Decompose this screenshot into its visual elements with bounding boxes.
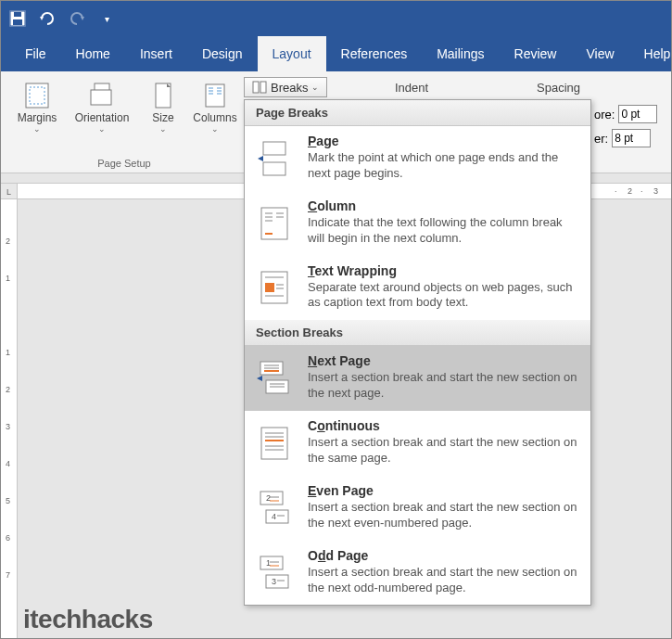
orientation-button[interactable]: Orientation ⌄ <box>69 77 135 137</box>
size-icon <box>148 81 178 110</box>
menu-item-desc: Indicate that the text following the col… <box>308 215 579 247</box>
ruler-tick: 2 <box>628 186 632 196</box>
columns-label: Columns <box>193 112 236 124</box>
odd-page-icon: 13 <box>256 548 293 596</box>
tab-file[interactable]: File <box>10 36 61 71</box>
undo-icon[interactable] <box>38 9 57 28</box>
menu-header-section-breaks: Section Breaks <box>245 320 590 346</box>
menu-item-desc: Insert a section break and start the new… <box>308 565 579 596</box>
ruler-tick: 4 <box>6 459 10 468</box>
chevron-down-icon: ⌄ <box>211 124 219 134</box>
save-icon[interactable] <box>8 9 27 28</box>
svg-rect-18 <box>263 142 285 155</box>
chevron-down-icon: ⌄ <box>311 83 319 92</box>
margins-icon <box>22 81 52 110</box>
ruler-tick: 1 <box>6 348 10 357</box>
svg-text:3: 3 <box>272 577 276 586</box>
tab-home[interactable]: Home <box>61 36 125 71</box>
ruler-tick: · <box>615 186 617 196</box>
menu-item-next-page[interactable]: Next Page Insert a section break and sta… <box>245 346 590 411</box>
tab-mailings[interactable]: Mailings <box>422 36 499 71</box>
menu-item-title: Even Page <box>308 483 579 498</box>
svg-rect-40 <box>261 428 287 459</box>
ribbon-tabs: File Home Insert Design Layout Reference… <box>1 36 671 71</box>
redo-icon[interactable] <box>68 9 86 28</box>
menu-item-title: Next Page <box>308 353 579 368</box>
breaks-icon <box>252 81 267 94</box>
tab-design[interactable]: Design <box>187 36 258 71</box>
orientation-icon <box>87 81 117 110</box>
menu-item-title: Continuous <box>308 418 579 433</box>
ruler-tick: · <box>640 186 643 196</box>
menu-item-odd-page[interactable]: 13 Odd Page Insert a section break and s… <box>245 541 590 606</box>
menu-item-title: Page <box>308 134 579 148</box>
svg-rect-16 <box>253 82 259 93</box>
tab-insert[interactable]: Insert <box>125 36 187 71</box>
columns-icon <box>200 81 230 110</box>
menu-header-page-breaks: Page Breaks <box>245 100 590 126</box>
ruler-corner: L <box>1 184 18 199</box>
even-page-icon: 24 <box>256 483 293 531</box>
tab-references[interactable]: References <box>326 36 423 71</box>
menu-item-column[interactable]: Column Indicate that the text following … <box>245 191 590 256</box>
menu-item-even-page[interactable]: 24 Even Page Insert a section break and … <box>245 476 590 541</box>
menu-item-title: Odd Page <box>308 548 579 563</box>
ruler-tick: 3 <box>6 422 10 431</box>
menu-item-continuous[interactable]: Continuous Insert a section break and st… <box>245 411 590 476</box>
spacing-before-label: ore: <box>594 108 615 121</box>
svg-rect-7 <box>91 90 111 105</box>
qat-customize-icon[interactable]: ▾ <box>97 9 116 28</box>
svg-rect-17 <box>260 82 266 93</box>
indent-label: Indent <box>395 81 428 95</box>
svg-rect-3 <box>14 12 21 17</box>
spacing-label: Spacing <box>537 81 580 95</box>
chevron-down-icon: ⌄ <box>159 124 167 134</box>
next-page-icon <box>256 353 293 402</box>
breaks-menu: Page Breaks Page Mark the point at which… <box>244 99 591 606</box>
svg-text:4: 4 <box>272 512 276 521</box>
columns-button[interactable]: Columns ⌄ <box>191 77 239 137</box>
menu-item-page[interactable]: Page Mark the point at which one page en… <box>245 126 590 191</box>
menu-item-desc: Insert a section break and start the new… <box>308 370 579 402</box>
tab-layout[interactable]: Layout <box>258 36 326 71</box>
spacing-after-input[interactable] <box>612 129 651 147</box>
menu-item-desc: Insert a section break and start the new… <box>308 435 579 466</box>
ruler-tick: 5 <box>6 496 10 505</box>
tab-view[interactable]: View <box>571 36 628 71</box>
breaks-button[interactable]: Breaks ⌄ <box>244 77 327 97</box>
margins-label: Margins <box>18 112 57 124</box>
menu-item-title: Column <box>308 198 579 213</box>
menu-item-desc: Separate text around objects on web page… <box>308 280 579 312</box>
menu-item-text-wrapping[interactable]: Text Wrapping Separate text around objec… <box>245 256 590 321</box>
title-bar: ▾ <box>1 1 671 36</box>
column-break-icon <box>256 198 293 247</box>
ruler-tick: 2 <box>6 236 10 246</box>
svg-rect-57 <box>266 575 288 588</box>
menu-item-desc: Mark the point at which one page ends an… <box>308 150 579 182</box>
ruler-tick: 1 <box>6 274 10 283</box>
tab-review[interactable]: Review <box>500 36 572 71</box>
ruler-tick: 6 <box>6 533 10 543</box>
continuous-icon <box>256 418 293 466</box>
orientation-label: Orientation <box>75 112 130 124</box>
menu-item-desc: Insert a section break and start the new… <box>308 500 579 531</box>
page-setup-group-label: Page Setup <box>97 158 151 171</box>
chevron-down-icon: ⌄ <box>98 124 106 134</box>
menu-item-title: Text Wrapping <box>308 263 579 278</box>
svg-rect-50 <box>266 510 288 523</box>
svg-rect-53 <box>260 556 283 569</box>
vertical-ruler: 2 1 1 2 3 4 5 6 7 <box>1 199 18 639</box>
spacing-before-input[interactable] <box>618 105 657 123</box>
size-label: Size <box>152 112 173 124</box>
text-wrapping-icon <box>256 263 293 312</box>
ruler-tick: 7 <box>6 570 10 580</box>
margins-button[interactable]: Margins ⌄ <box>9 77 65 137</box>
tab-help[interactable]: Help <box>629 36 672 71</box>
svg-rect-2 <box>13 19 22 25</box>
ruler-tick: 2 <box>6 385 10 394</box>
watermark: itechhacks <box>23 605 153 634</box>
ruler-tick: 3 <box>653 186 658 196</box>
breaks-label: Breaks <box>271 81 308 95</box>
svg-rect-19 <box>263 162 285 175</box>
size-button[interactable]: Size ⌄ <box>139 77 187 137</box>
